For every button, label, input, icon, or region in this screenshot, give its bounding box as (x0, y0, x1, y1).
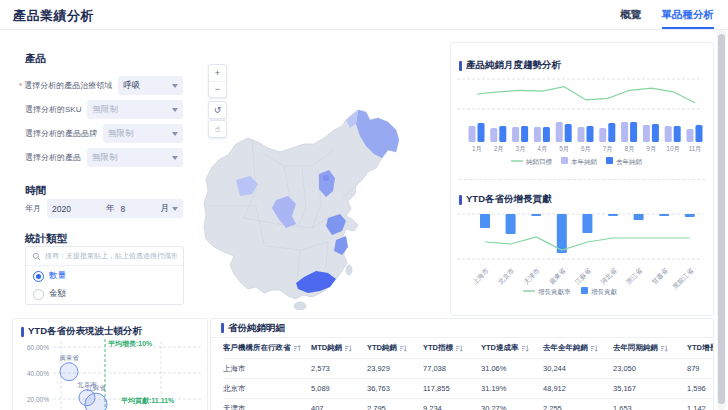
table-cell: 77,038 (423, 359, 481, 378)
legend-label[interactable]: 本年純銷 (571, 158, 598, 166)
bar-last-year[interactable] (587, 126, 594, 142)
sort-icon[interactable] (344, 344, 352, 353)
region-taiwan[interactable] (346, 265, 352, 275)
bar-growth-contribution[interactable] (659, 214, 669, 216)
radio-button[interactable] (33, 271, 44, 282)
filter-field-row: 選擇分析的產品品牌無限制 (25, 124, 183, 143)
table-cell: 23,929 (367, 359, 423, 378)
region-hainan[interactable] (294, 302, 306, 310)
x-axis-label: 3月 (516, 145, 526, 153)
bar-this-year[interactable] (687, 129, 694, 142)
radio-button[interactable] (33, 289, 44, 300)
bar-this-year[interactable] (578, 127, 585, 142)
zoom-out-button[interactable]: − (209, 82, 226, 98)
filter-field-row: *選擇分析的產品治療領域呼吸 (25, 76, 183, 95)
bar-this-year[interactable] (512, 127, 519, 142)
filter-select-2[interactable]: 無限制 (103, 124, 183, 143)
bar-last-year[interactable] (543, 127, 550, 142)
avg-contribution-label: 平均貢獻:11.11% (120, 397, 175, 405)
charts-divider (459, 179, 705, 180)
x-axis-label: 黑龍江省 (671, 266, 695, 290)
bar-growth-contribution[interactable] (557, 214, 567, 253)
region-beijing[interactable] (323, 175, 329, 181)
bar-last-year[interactable] (521, 126, 528, 142)
bar-this-year[interactable] (665, 126, 672, 142)
y-axis-tick: 20.00% (27, 396, 49, 403)
bar-growth-contribution[interactable] (685, 214, 695, 217)
bar-last-year[interactable] (674, 126, 681, 142)
bar-this-year[interactable] (556, 122, 563, 142)
stat-type-option[interactable]: 數量 (26, 268, 183, 284)
legend-label[interactable]: 增長貢獻 (590, 288, 618, 296)
sort-icon[interactable] (660, 344, 668, 353)
map-pan-button[interactable]: ☝ (208, 120, 227, 138)
bar-last-year[interactable] (652, 124, 659, 142)
time-filter-row: 年月 2020 年 8 月 (25, 199, 183, 218)
sort-icon[interactable] (455, 344, 463, 353)
legend-swatch[interactable] (606, 157, 613, 164)
filter-select-3[interactable]: 無限制 (87, 148, 183, 167)
radio-dot (36, 274, 41, 279)
bar-growth-contribution[interactable] (634, 214, 644, 220)
bar-last-year[interactable] (478, 123, 485, 142)
trend-chart[interactable]: 1月2月3月4月5月6月7月8月9月10月11月純銷目標本年純銷去年純銷 (453, 71, 711, 173)
filter-select-0[interactable]: 呼吸 (118, 76, 183, 95)
product-filter-fields: *選擇分析的產品治療領域呼吸選擇分析的SKU無限制選擇分析的產品品牌無限制選擇分… (25, 76, 183, 172)
section-heading-product: 產品 (25, 52, 46, 66)
title-accent-bar (459, 195, 462, 205)
chevron-down-icon (172, 132, 178, 136)
filter-select-1[interactable]: 無限制 (87, 100, 183, 119)
search-input[interactable]: 搜尋：支援批量貼上，貼上值透過換行識別 (45, 251, 177, 261)
bar-this-year[interactable] (469, 126, 476, 142)
bar-last-year[interactable] (696, 125, 703, 142)
table-cell: 5,089 (311, 379, 367, 398)
legend-swatch[interactable] (581, 287, 588, 294)
legend-label[interactable]: 純銷目標 (526, 158, 553, 166)
legend-label[interactable]: 增長貢獻率 (537, 288, 571, 296)
dashboard-screen: 產品業績分析 概覽 單品種分析 產品 *選擇分析的產品治療領域呼吸選擇分析的SK… (0, 0, 728, 410)
tab-single-product-analysis[interactable]: 單品種分析 (662, 8, 715, 29)
map-reset-button[interactable]: ↺ (208, 101, 227, 119)
boston-chart[interactable]: 60.00%40.00%20.00%平均增長:10%廣東省北京市江蘇省平均貢獻:… (13, 337, 207, 410)
month-unit: 月 (161, 203, 170, 215)
table-cell: 30.27% (481, 399, 543, 410)
bar-growth-contribution[interactable] (531, 214, 541, 216)
sort-icon[interactable] (590, 344, 598, 353)
bar-growth-contribution[interactable] (480, 214, 490, 228)
china-map[interactable] (200, 60, 450, 310)
bar-this-year[interactable] (599, 128, 606, 142)
bubble-廣東省[interactable] (60, 363, 78, 381)
bar-this-year[interactable] (534, 127, 541, 142)
stat-type-option[interactable]: 金額 (26, 286, 183, 302)
year-month-select[interactable]: 2020 年 8 月 (47, 199, 183, 218)
scrollbar-thumb[interactable] (718, 34, 725, 404)
bar-this-year[interactable] (643, 125, 650, 142)
tab-overview[interactable]: 概覽 (621, 8, 642, 29)
bar-last-year[interactable] (499, 126, 506, 142)
bar-this-year[interactable] (621, 122, 628, 142)
sort-icon[interactable] (521, 344, 529, 353)
legend-swatch[interactable] (561, 157, 568, 164)
bar-growth-contribution[interactable] (582, 214, 592, 233)
zoom-in-button[interactable]: + (209, 65, 226, 82)
title-accent-bar (221, 323, 224, 333)
legend-label[interactable]: 去年純銷 (616, 158, 643, 166)
pan-hand-icon: ☝ (215, 124, 220, 134)
bubble-江蘇省[interactable] (85, 393, 107, 410)
filter-field-row: 選擇分析的SKU無限制 (25, 100, 183, 119)
bar-this-year[interactable] (490, 128, 497, 142)
stat-type-box: 搜尋：支援批量貼上，貼上值透過換行識別 數量金額 (25, 246, 184, 305)
sort-icon[interactable] (399, 344, 407, 353)
sort-icon[interactable] (293, 344, 301, 353)
bubble-label: 廣東省 (59, 354, 79, 362)
table-cell: 31.19% (481, 379, 543, 398)
stat-search-row[interactable]: 搜尋：支援批量貼上，貼上值透過換行識別 (26, 247, 183, 266)
bar-last-year[interactable] (565, 124, 572, 142)
map-zoom-control: + − (208, 64, 227, 98)
x-axis-label: 10月 (666, 145, 680, 153)
bar-growth-contribution[interactable] (506, 214, 516, 234)
bar-last-year[interactable] (630, 122, 637, 142)
contribution-chart[interactable]: 上海市北京市天津市廣東省江蘇省河北省浙江省甘肅省黑龍江省增長貢獻率增長貢獻 (453, 207, 711, 313)
bar-last-year[interactable] (608, 123, 615, 142)
bar-growth-contribution[interactable] (608, 214, 618, 216)
